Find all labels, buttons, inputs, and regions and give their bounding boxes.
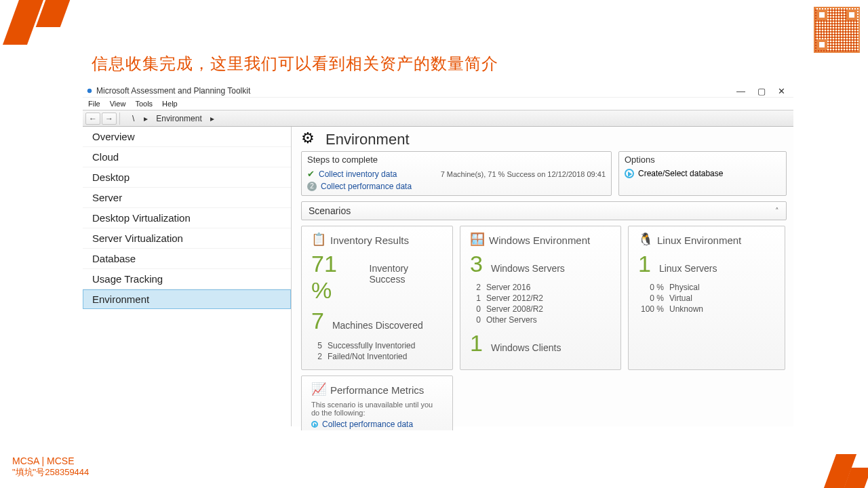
performance-icon: 📈 (311, 383, 325, 396)
sidebar-item-server-virtualization[interactable]: Server Virtualization (83, 228, 291, 249)
play-small-icon (311, 421, 318, 428)
windows-icon: 🪟 (470, 233, 484, 247)
linux-icon: 🐧 (638, 233, 652, 247)
step-collect-performance[interactable]: Collect performance data (321, 182, 412, 191)
inventory-title: Inventory Results (330, 235, 409, 246)
step-collect-inventory[interactable]: Collect inventory data (319, 169, 397, 179)
performance-metrics-card[interactable]: 📈Performance Metrics This scenario is un… (301, 375, 453, 430)
footer-line-2: "填坑"号258359444 (12, 466, 89, 479)
gear-group-icon: ⚙ (301, 131, 319, 148)
sidebar-item-overview[interactable]: Overview (83, 127, 291, 147)
sidebar-item-environment[interactable]: Environment (83, 289, 291, 309)
breadcrumb-bar: ← → \ ▸ Environment ▸ (83, 110, 793, 127)
play-icon (625, 169, 634, 178)
step-number-2-icon: 2 (307, 182, 317, 191)
scenarios-label: Scenarios (309, 205, 351, 216)
linux-servers-label: Linux Servers (659, 263, 717, 274)
performance-title: Performance Metrics (330, 384, 424, 396)
sidebar-item-cloud[interactable]: Cloud (83, 147, 291, 167)
steps-heading: Steps to complete (302, 152, 611, 167)
windows-clients-count: 1 (470, 330, 483, 357)
chevron-up-icon: ˄ (775, 207, 779, 216)
breadcrumb-sep1: ▸ (144, 114, 148, 123)
check-icon: ✔ (307, 169, 315, 179)
nav-back-button[interactable]: ← (85, 113, 100, 125)
nav-forward-button[interactable]: → (102, 113, 117, 125)
step-status: 7 Machine(s), 71 % Success on 12/12/2018… (441, 170, 606, 178)
linux-title: Linux Environment (657, 235, 741, 246)
inventory-percent-label: Inventory Success (370, 263, 443, 285)
steps-panel: Steps to complete ✔ Collect inventory da… (301, 151, 612, 196)
windows-servers-count: 3 (470, 251, 483, 277)
content-area: ⚙ Environment Steps to complete ✔ Collec… (292, 127, 793, 426)
minimize-button[interactable]: — (736, 86, 745, 96)
close-button[interactable]: ✕ (778, 86, 785, 96)
breadcrumb-current[interactable]: Environment (156, 114, 201, 123)
options-panel: Options Create/Select database (618, 151, 787, 196)
sidebar-item-database[interactable]: Database (83, 249, 291, 269)
inventory-results-card[interactable]: 📋Inventory Results 71 %Inventory Success… (301, 226, 453, 370)
sidebar-item-server[interactable]: Server (83, 188, 291, 208)
machines-count: 7 (311, 308, 324, 334)
windows-title: Windows Environment (489, 235, 590, 246)
scenarios-header[interactable]: Scenarios ˄ (301, 201, 787, 220)
slide-title: 信息收集完成，这里我们可以看到相关资产的数量简介 (92, 53, 498, 75)
linux-environment-card[interactable]: 🐧Linux Environment 1Linux Servers 0 %Phy… (628, 226, 785, 370)
window-title: Microsoft Assessment and Planning Toolki… (96, 86, 250, 96)
breadcrumb-sep2: ▸ (210, 114, 214, 123)
menu-bar: File View Tools Help (83, 97, 793, 110)
sidebar-item-desktop-virtualization[interactable]: Desktop Virtualization (83, 208, 291, 228)
inventory-failed-label: Failed/Not Inventoried (328, 352, 407, 361)
sidebar-item-desktop[interactable]: Desktop (83, 167, 291, 188)
windows-clients-label: Windows Clients (491, 342, 561, 353)
machines-label: Machines Discovered (332, 320, 423, 331)
app-window: Microsoft Assessment and Planning Toolki… (83, 85, 793, 430)
inventory-icon: 📋 (311, 233, 325, 247)
menu-file[interactable]: File (88, 100, 100, 108)
breadcrumb-root[interactable]: \ (132, 114, 134, 123)
windows-environment-card[interactable]: 🪟Windows Environment 3Windows Servers 2S… (460, 226, 621, 370)
qr-code (814, 7, 860, 53)
inventory-success-label: Successfully Inventoried (328, 341, 415, 350)
footer-line-1: MCSA | MCSE (12, 455, 75, 466)
title-bar[interactable]: Microsoft Assessment and Planning Toolki… (83, 85, 793, 97)
performance-desc: This scenario is unavailable until you d… (311, 401, 443, 417)
menu-tools[interactable]: Tools (135, 100, 153, 108)
menu-view[interactable]: View (110, 100, 126, 108)
options-heading: Options (619, 152, 786, 167)
sidebar: Overview Cloud Desktop Server Desktop Vi… (83, 127, 292, 426)
app-icon (85, 87, 94, 95)
performance-collect-link[interactable]: Collect performance data (322, 420, 413, 429)
page-title: Environment (326, 131, 410, 148)
windows-servers-label: Windows Servers (491, 263, 565, 274)
sidebar-item-usage-tracking[interactable]: Usage Tracking (83, 269, 291, 289)
maximize-button[interactable]: ▢ (757, 86, 766, 96)
inventory-percent: 71 % (311, 251, 361, 304)
menu-help[interactable]: Help (162, 100, 178, 108)
create-select-database-link[interactable]: Create/Select database (638, 169, 723, 178)
linux-servers-count: 1 (638, 251, 651, 277)
